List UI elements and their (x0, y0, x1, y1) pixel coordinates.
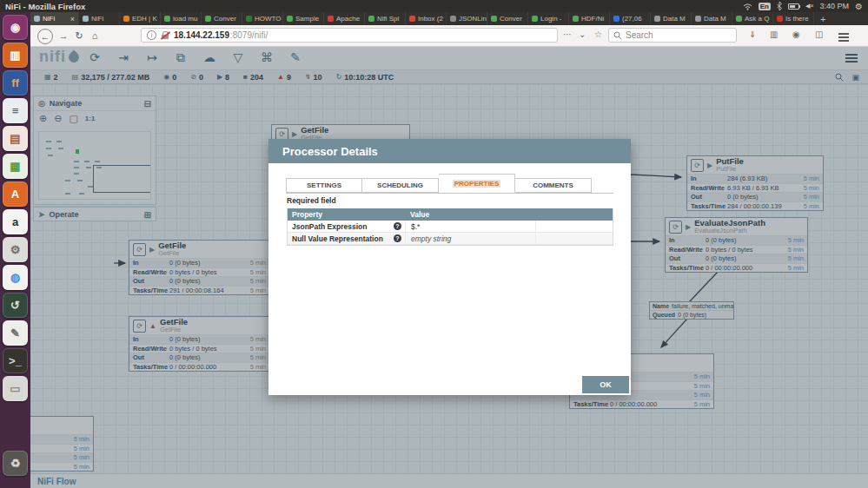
url-path: :8079/nifi/ (230, 30, 268, 40)
ok-button[interactable]: OK (582, 376, 629, 393)
tab-label: load mu (173, 15, 197, 23)
tab-label: Conver (500, 15, 522, 23)
browser-tab[interactable]: EDH | K (120, 12, 161, 25)
bookmark-star-icon[interactable]: ☆ (594, 30, 602, 39)
value-column-header: Value (405, 210, 613, 219)
dialog-title: Processor Details (282, 145, 378, 158)
browser-tab[interactable]: load mu (161, 12, 202, 25)
tab-favicon (34, 16, 40, 22)
tab-favicon (777, 16, 783, 22)
browser-tab[interactable]: Nifi Spl (365, 12, 406, 25)
tab-favicon (83, 16, 89, 22)
pocket-icon[interactable]: ⌄ (579, 30, 586, 39)
browser-tab[interactable]: Is there (773, 12, 814, 25)
launcher-firefox[interactable]: ff (3, 70, 28, 96)
bluetooth-icon[interactable] (777, 2, 782, 10)
browser-tab[interactable]: (27,06 (610, 12, 651, 25)
browser-tab[interactable]: Login - (528, 12, 569, 25)
nifi-page: nifi ⟳ ⇥ ↦ ⧉ ☁ ▽ ⌘ ✎ (30, 46, 868, 488)
launcher-libreoffice-writer[interactable]: ≡ (3, 98, 28, 123)
tab-label: Data M (704, 15, 726, 23)
reload-button[interactable]: ↻ (72, 29, 86, 43)
browser-tab[interactable]: NiFi × (30, 12, 79, 25)
browser-tab[interactable]: Inbox (2 (406, 12, 447, 25)
launcher-dash-home[interactable]: ◉ (3, 15, 28, 40)
tab-favicon (246, 16, 252, 22)
launcher-terminal[interactable]: >_ (3, 348, 28, 373)
volume-muted-icon[interactable]: ◀× (805, 3, 813, 10)
tab-label: NiFi (91, 15, 103, 23)
search-icon (613, 31, 622, 40)
unity-launcher: ◉ ▥ ff ≡ ▤ ▦ A (0, 12, 30, 488)
tab-favicon (409, 16, 415, 22)
property-name: JsonPath Expression (292, 222, 394, 231)
screenshot-icon[interactable]: ◉ (792, 30, 800, 39)
new-tab-button[interactable]: + (814, 12, 832, 25)
home-button[interactable]: ⌂ (88, 29, 102, 43)
tab-favicon (613, 16, 620, 22)
launcher-libreoffice-calc[interactable]: ▦ (3, 154, 28, 179)
library-icon[interactable]: ▥ (770, 30, 778, 39)
browser-tab[interactable]: Apache (324, 12, 365, 25)
browser-tab[interactable]: HOWTO (242, 12, 283, 25)
property-name: Null Value Representation (292, 234, 394, 243)
insecure-lock-icon[interactable] (161, 31, 169, 40)
launcher-libreoffice-impress[interactable]: ▤ (3, 126, 28, 151)
firefox-menu-icon[interactable] (838, 31, 849, 43)
property-row: Null Value Representation ? empty string (288, 233, 613, 245)
clock[interactable]: 3:40 PM (820, 2, 850, 10)
tab-label: Apache (336, 15, 360, 23)
battery-icon[interactable] (788, 3, 799, 10)
tab-label: JSONLint (459, 15, 487, 23)
keyboard-indicator[interactable]: En (759, 3, 771, 10)
property-info-icon[interactable]: ? (394, 234, 401, 242)
browser-tab[interactable]: Conver (487, 12, 528, 25)
launcher-amazon[interactable]: a (3, 209, 28, 234)
search-placeholder: Search (626, 30, 653, 40)
tab-label: Sample (295, 15, 319, 23)
page-actions-icon[interactable]: ⋯ (563, 30, 572, 39)
firefox-toolbar: ← → ↻ ⌂ i 18.144.22.159 :8079/nifi/ ⋯ ⌄ … (30, 25, 868, 47)
property-row: JsonPath Expression ? $.* (288, 221, 613, 233)
launcher-external-drive[interactable]: ▭ (3, 376, 28, 401)
browser-tab[interactable]: Data M (651, 12, 692, 25)
launcher-backup-tool[interactable]: ↺ (3, 293, 28, 318)
browser-tab[interactable]: Data M (692, 12, 732, 25)
tab-favicon (164, 16, 170, 22)
launcher-system-settings[interactable]: ⚙ (3, 237, 28, 262)
browser-tab[interactable]: NiFi (79, 12, 120, 25)
browser-tab[interactable]: Sample (283, 12, 324, 25)
tab-label: Ask a Q (745, 15, 769, 23)
launcher-text-editor[interactable]: ✎ (3, 320, 28, 346)
search-input[interactable]: Search (608, 28, 737, 43)
page-info-icon[interactable]: i (147, 30, 156, 40)
wifi-icon[interactable] (743, 3, 752, 10)
dialog-tab[interactable]: COMMENTS (515, 178, 592, 193)
property-info-icon[interactable]: ? (394, 222, 401, 230)
session-gear-icon[interactable]: ⚙ (855, 2, 863, 11)
tab-favicon (123, 16, 129, 22)
dialog-tab[interactable]: SCHEDULING (362, 178, 439, 193)
launcher-files[interactable]: ▥ (3, 43, 28, 68)
dialog-tab[interactable]: PROPERTIES (439, 174, 515, 193)
tab-label: Is there (785, 15, 809, 23)
url-bar[interactable]: i 18.144.22.159 :8079/nifi/ (141, 28, 558, 43)
browser-tab[interactable]: Conver (202, 12, 242, 25)
sidebar-icon[interactable]: ◫ (815, 30, 823, 39)
launcher-trash[interactable]: ♻ (3, 451, 28, 476)
tab-label: Data M (663, 15, 686, 23)
required-field-note: Required field (287, 196, 336, 205)
browser-tab[interactable]: JSONLint (447, 12, 487, 25)
download-icon[interactable]: ⇓ (749, 30, 756, 39)
processor-details-dialog: Processor Details SETTINGS SCHEDULING PR… (268, 139, 631, 395)
launcher-ubuntu-software[interactable]: A (3, 181, 28, 207)
dialog-tab[interactable]: SETTINGS (286, 178, 362, 193)
tab-close-icon[interactable]: × (70, 15, 75, 23)
properties-table-header: Property Value (288, 208, 613, 221)
tab-label: HDF/Ni (581, 15, 604, 23)
launcher-chrome[interactable]: ◍ (3, 265, 28, 290)
forward-button[interactable]: → (56, 29, 70, 43)
browser-tab[interactable]: Ask a Q (732, 12, 773, 25)
back-button[interactable]: ← (37, 29, 53, 44)
browser-tab[interactable]: HDF/Ni (569, 12, 610, 25)
